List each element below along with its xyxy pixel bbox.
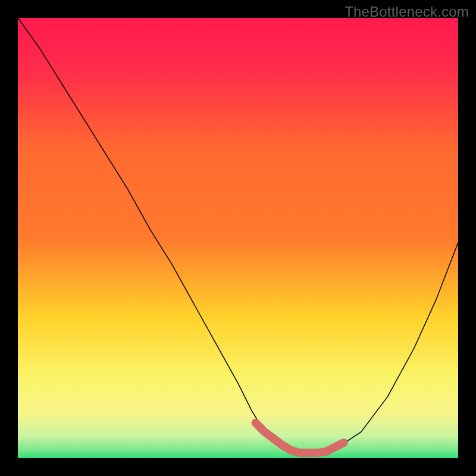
chart-svg <box>18 18 458 458</box>
plot-area <box>18 18 458 458</box>
chart-frame: TheBottleneck.com <box>0 0 476 476</box>
gradient-background <box>18 18 458 458</box>
highlight-dot <box>341 440 347 446</box>
watermark-text: TheBottleneck.com <box>345 4 469 20</box>
